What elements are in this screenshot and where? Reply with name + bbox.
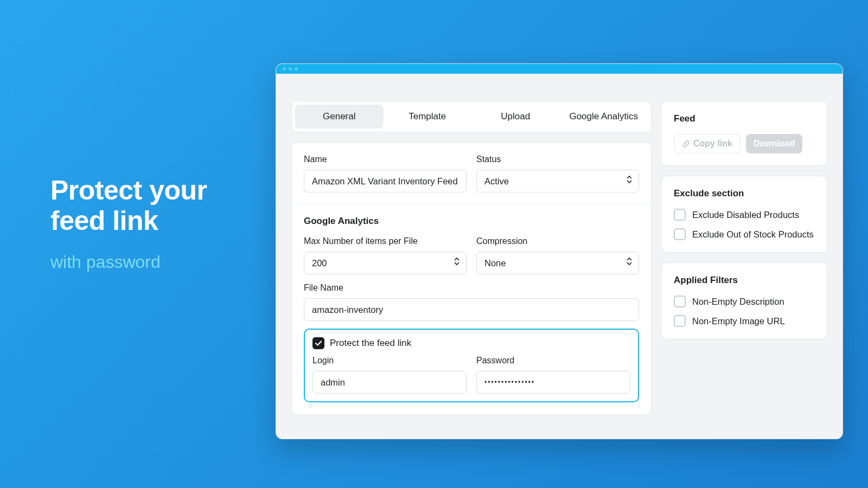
login-label: Login bbox=[312, 356, 467, 365]
window-titlebar bbox=[276, 64, 843, 74]
filter-nonempty-description-checkbox[interactable]: Non-Empty Description bbox=[674, 296, 815, 307]
name-label: Name bbox=[304, 155, 467, 164]
marketing-subtitle: with password bbox=[50, 252, 235, 272]
copy-link-label: Copy link bbox=[693, 139, 732, 149]
max-items-select[interactable] bbox=[304, 252, 467, 274]
filename-label: File Name bbox=[304, 283, 639, 293]
window-dot bbox=[283, 67, 286, 70]
tab-template[interactable]: Template bbox=[384, 105, 472, 129]
name-input[interactable] bbox=[304, 170, 467, 192]
login-input[interactable] bbox=[312, 371, 467, 394]
status-label: Status bbox=[476, 155, 639, 164]
checkbox-empty-icon bbox=[674, 228, 686, 240]
password-input[interactable] bbox=[476, 371, 630, 394]
exclude-section-card: Exclude section Exclude Disabled Product… bbox=[661, 176, 827, 253]
exclude-oos-checkbox[interactable]: Exclude Out of Stock Products bbox=[674, 228, 815, 240]
ga-heading: Google Analytics bbox=[304, 216, 639, 227]
protect-feed-checkbox-row[interactable]: Protect the feed link bbox=[312, 337, 630, 349]
window-dot bbox=[295, 67, 298, 70]
marketing-headline: Protect your feed link bbox=[50, 175, 235, 236]
checkbox-checked-icon bbox=[312, 337, 324, 349]
protect-feed-section: Protect the feed link Login Password bbox=[304, 329, 639, 402]
filter-desc-label: Non-Empty Description bbox=[692, 297, 784, 307]
marketing-headline-line1: Protect your bbox=[50, 175, 207, 206]
download-button[interactable]: Download bbox=[746, 134, 802, 153]
max-items-label: Max Number of items per File bbox=[304, 236, 467, 246]
tab-general[interactable]: General bbox=[295, 105, 384, 129]
compression-select[interactable] bbox=[476, 252, 639, 274]
tab-bar: General Template Upload Google Analytics bbox=[291, 101, 652, 132]
feed-actions-card: Feed Copy link Download bbox=[661, 101, 827, 166]
checkbox-empty-icon bbox=[674, 209, 686, 221]
filename-input[interactable] bbox=[304, 298, 639, 321]
feed-heading: Feed bbox=[674, 113, 815, 124]
filter-nonempty-image-checkbox[interactable]: Non-Empty Image URL bbox=[674, 315, 815, 327]
checkbox-empty-icon bbox=[674, 296, 686, 307]
applied-filters-card: Applied Filters Non-Empty Description No… bbox=[661, 262, 827, 339]
select-stepper-icon bbox=[454, 257, 460, 269]
exclude-oos-label: Exclude Out of Stock Products bbox=[692, 229, 814, 240]
download-label: Download bbox=[754, 139, 795, 149]
feed-settings-card: Name Status bbox=[291, 142, 652, 415]
compression-label: Compression bbox=[476, 236, 639, 246]
copy-link-button[interactable]: Copy link bbox=[674, 134, 741, 153]
exclude-heading: Exclude section bbox=[674, 188, 815, 199]
protect-feed-label: Protect the feed link bbox=[330, 338, 411, 349]
filters-heading: Applied Filters bbox=[674, 275, 815, 286]
marketing-headline-line2: feed link bbox=[50, 206, 158, 236]
password-label: Password bbox=[476, 356, 630, 365]
checkbox-empty-icon bbox=[674, 315, 686, 327]
link-icon bbox=[682, 140, 690, 148]
tab-upload[interactable]: Upload bbox=[471, 105, 560, 129]
tab-google-analytics[interactable]: Google Analytics bbox=[560, 105, 648, 129]
exclude-disabled-label: Exclude Disabled Products bbox=[692, 210, 799, 220]
window-dot bbox=[289, 67, 292, 70]
divider bbox=[292, 204, 651, 205]
select-stepper-icon bbox=[626, 175, 633, 187]
app-window: General Template Upload Google Analytics… bbox=[276, 63, 843, 439]
filter-img-label: Non-Empty Image URL bbox=[692, 316, 785, 326]
status-select[interactable] bbox=[476, 170, 639, 192]
exclude-disabled-checkbox[interactable]: Exclude Disabled Products bbox=[674, 209, 815, 221]
marketing-copy: Protect your feed link with password bbox=[50, 175, 235, 272]
select-stepper-icon bbox=[626, 257, 633, 269]
